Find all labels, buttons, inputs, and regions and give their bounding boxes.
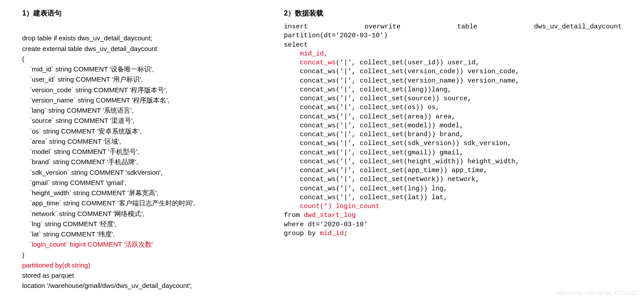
code-line: concat_ws('|', collect_set(model)) model… [284, 122, 463, 130]
code-line: concat_ws('|', collect_set(brand)) brand… [284, 131, 463, 138]
code-line-midid: mid_id [284, 50, 324, 58]
kw-overwrite: overwrite [365, 23, 401, 31]
kw-concat-ws: concat_ws [284, 59, 336, 67]
code-line: concat_ws('|', collect_set(network)) net… [284, 176, 479, 183]
code-line: `brand` string COMMENT '手机品牌', [22, 158, 138, 165]
from-table: dwd_start_log [304, 212, 356, 219]
insert-line: insertoverwritetabledws_uv_detail_daycou… [284, 23, 622, 31]
code-line: `height_width` string COMMENT '屏幕宽高', [22, 189, 158, 197]
group-col: mid_id [320, 230, 344, 237]
code-line: ( [22, 55, 24, 63]
insert-code: insertoverwritetabledws_uv_detail_daycou… [284, 23, 622, 238]
code-line: `lat` string COMMENT '纬度', [22, 230, 115, 238]
code-text: ('|', collect_set(user_id)) user_id, [336, 59, 479, 67]
code-line: concat_ws('|', collect_set(app_time)) ap… [284, 167, 487, 174]
code-line: select [284, 41, 308, 49]
code-line: concat_ws('|', collect_set(sdk_version))… [284, 140, 511, 147]
code-line: concat_ws('|', collect_set(area)) area, [284, 113, 456, 121]
code-line: `network` string COMMENT '网络模式', [22, 210, 144, 217]
code-line: concat_ws('|', collect_set(height_width)… [284, 158, 519, 165]
code-line: `user_id` string COMMENT '用户标识', [22, 75, 143, 83]
kw-from: from [284, 212, 304, 219]
code-line: `source` string COMMENT '渠道号', [22, 117, 134, 124]
code-line: location '/warehouse/gmall/dws/dws_uv_de… [22, 282, 192, 289]
code-line: `version_code` string COMMENT '程序版本号', [22, 86, 167, 94]
code-line: concat_ws('|', collect_set(lang))lang, [284, 86, 452, 94]
section-title-create-table: 1）建表语句 [22, 9, 275, 18]
code-line: concat_ws('|', collect_set(gmail)) gmail… [284, 149, 463, 157]
code-line: `sdk_version` string COMMENT 'sdkVersion… [22, 169, 162, 176]
code-line: concat_ws('|', collect_set(source)) sour… [284, 95, 471, 102]
code-line: concat_ws('|', collect_set(version_code)… [284, 68, 519, 75]
code-line: partition(dt='2020-03-10') [284, 32, 388, 39]
code-line: stored as parquet [22, 271, 74, 279]
watermark: https://blog.csdn.net/qq_43733123 [556, 290, 638, 296]
code-line: ) [22, 251, 24, 259]
code-line: create external table dws_uv_detail_dayc… [22, 45, 157, 52]
code-line: where dt='2020-03-10' [284, 221, 368, 228]
code-line: `model` string COMMENT '手机型号', [22, 148, 139, 155]
code-line: drop table if exists dws_uv_detail_dayco… [22, 34, 153, 42]
code-line: `version_name` string COMMENT '程序版本名', [22, 96, 169, 104]
code-line: `area` string COMMENT '区域', [22, 138, 121, 145]
code-line: `os` string COMMENT '安卓系统版本', [22, 127, 141, 135]
code-line: concat_ws('|', collect_set(lat)) lat, [284, 194, 448, 201]
comma: , [324, 50, 328, 58]
code-line: `mid_id` string COMMENT '设备唯一标识', [22, 65, 154, 73]
semicolon: ; [344, 230, 348, 237]
code-line-count: count(*) login_count [284, 203, 380, 210]
code-line-partitioned: partitioned by(dt string) [22, 261, 90, 269]
code-line: `lng` string COMMENT '经度', [22, 220, 117, 228]
code-line: `lang` string COMMENT '系统语言', [22, 106, 134, 114]
code-line: concat_ws('|', collect_set(version_name)… [284, 77, 519, 85]
code-line: concat_ws('|', collect_set(lng)) lng, [284, 185, 448, 193]
code-line: concat_ws('|', collect_set(os)) os, [284, 104, 440, 111]
create-table-code: drop table if exists dws_uv_detail_dayco… [22, 23, 275, 291]
kw-group-by: group by [284, 230, 320, 237]
section-title-data-load: 2）数据装载 [284, 9, 622, 18]
code-line: `app_time` string COMMENT '客户端日志产生时的时间', [22, 199, 195, 207]
kw-insert: insert [284, 23, 308, 31]
code-line-login-count: `login_count` bigint COMMENT '活跃次数' [22, 240, 153, 248]
target-table: dws_uv_detail_daycount [534, 23, 622, 31]
kw-table: table [457, 23, 477, 31]
code-line: `gmail` string COMMENT 'gmail', [22, 179, 126, 186]
